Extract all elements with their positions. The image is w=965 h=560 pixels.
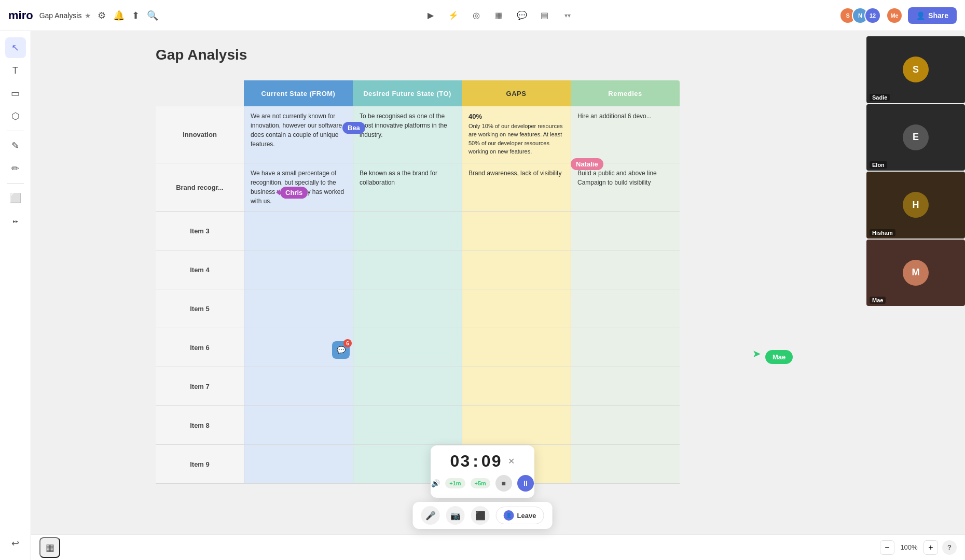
help-button[interactable]: ?: [942, 540, 957, 555]
cell-7-future[interactable]: [353, 367, 462, 405]
more-tools-icon[interactable]: ▾▾: [558, 6, 577, 25]
zoom-in-button[interactable]: +: [923, 540, 938, 555]
board-title-text[interactable]: Gap Analysis: [39, 11, 82, 20]
topbar-icons: ⚙ 🔔 ⬆ 🔍: [98, 10, 158, 21]
mic-button[interactable]: 🎤: [421, 506, 440, 525]
share-label: Share: [928, 11, 948, 20]
cell-3-current[interactable]: [244, 212, 353, 250]
row-label-7: Item 7: [156, 367, 244, 405]
cell-brand-future[interactable]: Be known as a the brand for collaboratio…: [353, 163, 462, 211]
tool-more[interactable]: ▸▸: [5, 211, 26, 231]
upload-icon[interactable]: ⬆: [132, 10, 140, 21]
cell-4-future[interactable]: [353, 250, 462, 289]
timer-widget: 03 : 09 ✕ 🔊 +1m +5m ■ ⏸: [431, 445, 534, 498]
cell-4-current[interactable]: [244, 250, 353, 289]
cell-4-gaps[interactable]: [462, 250, 571, 289]
cell-3-future[interactable]: [353, 212, 462, 250]
cell-brand-gaps[interactable]: Brand awareness, lack of visibility: [462, 163, 571, 211]
zoom-out-button[interactable]: −: [880, 540, 894, 555]
timer-stop-button[interactable]: ■: [495, 475, 512, 492]
settings-icon[interactable]: ⚙: [98, 10, 106, 21]
comment-badge[interactable]: 💬 6: [332, 341, 350, 359]
cell-7-gaps[interactable]: [462, 367, 571, 405]
left-toolbar: ↖ T ▭ ⬡ ✎ ✏ ⬜ ▸▸ ↩: [0, 31, 31, 560]
current-header-text: Current State (FROM): [261, 90, 336, 97]
tool-undo[interactable]: ↩: [5, 533, 26, 554]
expand-left-icon[interactable]: ▶: [421, 6, 440, 25]
future-header-text: Desired Future State (TO): [363, 90, 451, 97]
row-label-brand: Brand recogr...: [156, 163, 244, 211]
row-label-8: Item 8: [156, 406, 244, 444]
cell-5-current[interactable]: [244, 289, 353, 328]
cell-innovation-remedies[interactable]: Hire an additional 6 devo...: [571, 106, 680, 163]
camera-button[interactable]: 📷: [446, 506, 465, 525]
share-icon: 👤: [916, 11, 925, 20]
row-label-5: Item 5: [156, 289, 244, 328]
cell-5-remedies[interactable]: [571, 289, 680, 328]
cell-8-future[interactable]: [353, 406, 462, 444]
lightning-icon[interactable]: ⚡: [444, 6, 463, 25]
cell-5-future[interactable]: [353, 289, 462, 328]
cell-9-remedies[interactable]: [571, 445, 680, 483]
tool-select[interactable]: ↖: [5, 37, 26, 58]
apps-icon[interactable]: ▤: [535, 6, 554, 25]
tool-shapes[interactable]: ⬡: [5, 106, 26, 127]
video-placeholder-hisham: H: [866, 172, 965, 239]
layers-button[interactable]: ▦: [39, 537, 60, 558]
cell-8-gaps[interactable]: [462, 406, 571, 444]
tool-draw[interactable]: ✏: [5, 158, 26, 179]
tool-text[interactable]: T: [5, 60, 26, 81]
cell-3-gaps[interactable]: [462, 212, 571, 250]
search-icon[interactable]: 🔍: [147, 10, 158, 21]
cursor-mae: Mae: [765, 350, 793, 364]
tool-frame[interactable]: ⬜: [5, 188, 26, 208]
table-row: Item 7: [156, 367, 680, 406]
cell-6-remedies[interactable]: [571, 328, 680, 367]
timer-close-icon[interactable]: ✕: [508, 456, 515, 466]
row-label-innovation: Innovation: [156, 106, 244, 163]
cell-brand-current[interactable]: We have a small percentage of recognitio…: [244, 163, 353, 211]
frame-icon[interactable]: ▦: [490, 6, 508, 25]
cell-3-remedies[interactable]: [571, 212, 680, 250]
volume-icon[interactable]: 🔊: [431, 479, 440, 487]
cell-innovation-future[interactable]: To be recognised as one of the most inno…: [353, 106, 462, 163]
bell-icon[interactable]: 🔔: [113, 10, 125, 21]
toolbar-divider-2: [7, 183, 24, 184]
star-icon[interactable]: ★: [85, 11, 91, 20]
tool-sticky[interactable]: ▭: [5, 83, 26, 104]
cell-5-gaps[interactable]: [462, 289, 571, 328]
cell-6-gaps[interactable]: [462, 328, 571, 367]
topbar-right: S N 12 Me 👤 Share: [839, 7, 957, 24]
table-body: Innovation We are not currently known fo…: [156, 106, 680, 484]
cell-9-current[interactable]: [244, 445, 353, 483]
avatar-sadie: S: [903, 57, 929, 82]
video-placeholder-elon: E: [866, 104, 965, 171]
cell-7-remedies[interactable]: [571, 367, 680, 405]
col-current-header: Current State (FROM): [244, 80, 353, 106]
table-row: Item 9: [156, 445, 680, 484]
screen-share-button[interactable]: ⬛: [471, 506, 490, 525]
timer-pause-button[interactable]: ⏸: [517, 475, 534, 492]
avatar-count[interactable]: 12: [864, 7, 881, 24]
table-row: Item 5: [156, 289, 680, 328]
timer-plus1-button[interactable]: +1m: [445, 478, 465, 488]
cell-brand-remedies[interactable]: Build a public and above line Campaign t…: [571, 163, 680, 211]
tool-pen[interactable]: ✎: [5, 135, 26, 156]
cell-8-remedies[interactable]: [571, 406, 680, 444]
present-icon[interactable]: 💬: [513, 6, 531, 25]
avatar-stack: S N 12: [839, 7, 881, 24]
cell-4-remedies[interactable]: [571, 250, 680, 289]
remedies-header-text: Remedies: [608, 90, 642, 97]
cell-innovation-gaps[interactable]: 40% Only 10% of our developer resources …: [462, 106, 571, 163]
cell-6-future[interactable]: [353, 328, 462, 367]
cell-7-current[interactable]: [244, 367, 353, 405]
row-label-4: Item 4: [156, 250, 244, 289]
share-button[interactable]: 👤 Share: [908, 7, 957, 24]
col-future-header: Desired Future State (TO): [353, 80, 462, 106]
leave-button[interactable]: 👤 Leave: [496, 507, 544, 524]
timer-plus5-button[interactable]: +5m: [471, 478, 490, 488]
timer-icon[interactable]: ◎: [467, 6, 486, 25]
cell-8-current[interactable]: [244, 406, 353, 444]
cell-innovation-current[interactable]: We are not currently known for innovatio…: [244, 106, 353, 163]
gaps-header-text: GAPS: [506, 90, 527, 97]
